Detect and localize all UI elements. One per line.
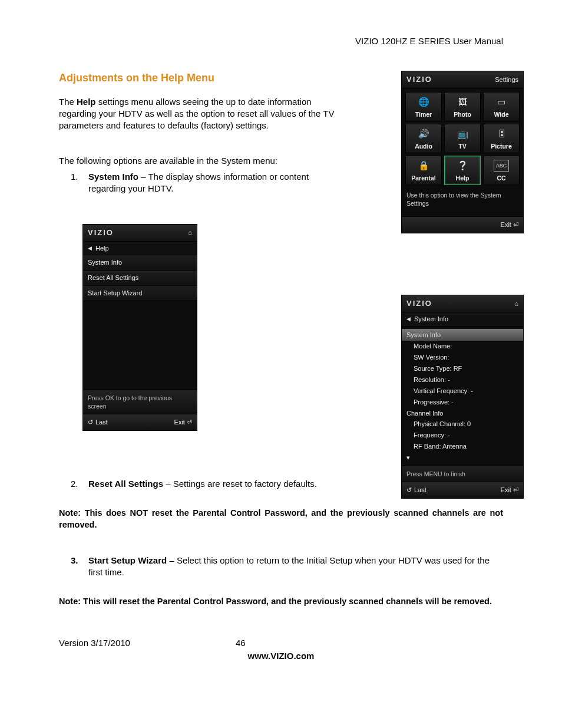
exit-icon: ⏎ [513,221,518,228]
list-item: 2. Reset All Settings – Settings are res… [88,478,503,490]
cell-label: TV [458,142,466,150]
option-list: 1. System Info – The display shows infor… [59,171,348,195]
info-line: Vertical Frequency: - [402,386,523,397]
breadcrumb[interactable]: ◀ Help [83,242,197,256]
list-item-title: Reset All Settings [88,479,163,489]
cell-label: Timer [415,110,432,118]
photo-icon: 🖼 [455,96,470,108]
more-indicator: ▾ [402,452,523,463]
panel-description: Use this option to view the System Setti… [402,189,523,216]
back-arrow-icon: ◀ [406,315,411,322]
timer-icon: 🌐 [416,96,431,108]
cell-label: Picture [491,142,512,150]
brand-logo: VIZIO [406,74,432,85]
info-line: SW Version: [402,352,523,363]
note-1: Note: This does NOT reset the Parental C… [59,508,503,531]
version-text: Version 3/17/2010 [59,637,236,649]
crumb-label: System Info [414,315,448,324]
version-row: Version 3/17/2010 46 [59,637,503,649]
exit-button[interactable]: Exit ⏎ [501,220,518,229]
cell-label: CC [497,174,505,182]
list-number: 3. [71,555,78,566]
wide-icon: ▭ [494,96,509,108]
menu-item-reset-all[interactable]: Reset All Settings [83,271,197,286]
home-icon[interactable]: ⌂ [188,228,192,237]
page-number: 46 [236,637,246,649]
tv-icon: 📺 [455,128,470,140]
sub-intro: The following options are available in t… [59,155,348,167]
list-item-title: Start Setup Wizard [88,555,167,565]
brand-logo: VIZIO [88,228,114,238]
cell-label: Photo [454,110,471,118]
panel-filler [83,301,197,390]
panel-header: VIZIO ⌂ [402,295,523,312]
option-list: 3. Start Setup Wizard – Select this opti… [59,555,503,579]
cell-label: Parental [411,174,435,182]
picture-icon: 🎛 [494,128,509,140]
panel-header: VIZIO Settings [402,71,523,88]
left-column: The Help settings menu allows seeing the… [59,96,348,431]
crumb-label: Help [95,244,109,253]
body-below: 2. Reset All Settings – Settings are res… [59,478,503,662]
info-line: Model Name: [402,341,523,352]
menu-item-setup-wizard[interactable]: Start Setup Wizard [83,286,197,301]
cell-label: Audio [415,142,432,150]
last-button[interactable]: ↺Last [88,418,108,427]
cell-picture[interactable]: 🎛Picture [483,124,520,153]
lock-icon: 🔒 [416,160,431,172]
exit-icon: ⏎ [187,419,192,426]
help-icon: ❔ [455,160,470,172]
content-wrap: Adjustments on the Help Menu VIZIO Setti… [59,71,503,662]
cell-cc[interactable]: ABCCC [483,156,520,185]
sysinfo-panel: VIZIO ⌂ ◀ System Info System Info Model … [401,295,524,499]
panel-hint: Press OK to go to the previous screen [83,390,197,414]
cell-help[interactable]: ❔Help [444,156,481,185]
cell-label: Help [456,174,470,182]
help-panel: VIZIO ⌂ ◀ Help System Info Reset All Set… [82,224,197,431]
brand-logo: VIZIO [406,298,432,309]
info-group-header: Channel Info [402,408,523,419]
home-icon[interactable]: ⌂ [514,299,518,308]
audio-icon: 🔊 [416,128,431,140]
info-line: Frequency: - [402,430,523,441]
info-line: Progressive: - [402,397,523,408]
list-number: 1. [71,171,78,183]
website-footer: www.VIZIO.com [59,650,503,662]
panel-title: Settings [495,75,518,84]
list-number: 2. [71,478,78,490]
settings-grid: 🌐Timer 🖼Photo ▭Wide 🔊Audio 📺TV 🎛Picture … [402,88,523,189]
cell-parental[interactable]: 🔒Parental [405,156,442,185]
menu-item-system-info[interactable]: System Info [83,255,197,271]
exit-button[interactable]: Exit ⏎ [501,486,518,495]
info-line: RF Band: Antenna [402,441,523,452]
option-list: 2. Reset All Settings – Settings are res… [59,478,503,490]
doc-header: VIZIO 120HZ E SERIES User Manual [59,35,503,47]
cell-photo[interactable]: 🖼Photo [444,92,481,121]
cell-timer[interactable]: 🌐Timer [405,92,442,121]
panel-footer: Exit ⏎ [402,216,523,233]
back-arrow-icon: ◀ [88,245,92,252]
panel-header: VIZIO ⌂ [83,225,197,242]
back-loop-icon: ↺ [88,418,93,427]
list-item-title: System Info [88,172,138,182]
list-item: 3. Start Setup Wizard – Select this opti… [88,555,503,579]
cell-wide[interactable]: ▭Wide [483,92,520,121]
settings-panel: VIZIO Settings 🌐Timer 🖼Photo ▭Wide 🔊Audi… [401,71,524,233]
breadcrumb[interactable]: ◀ System Info [402,312,523,327]
list-item-desc: – Settings are reset to factory defaults… [163,479,317,489]
cell-tv[interactable]: 📺TV [444,124,481,153]
intro-paragraph: The Help settings menu allows seeing the… [59,96,348,132]
panel-footer: ↺Last Exit ⏎ [83,414,197,430]
info-list: System Info Model Name: SW Version: Sour… [402,327,523,466]
cell-label: Wide [494,110,509,118]
list-item: 1. System Info – The display shows infor… [88,171,348,195]
note-2: Note: This will reset the Parental Contr… [59,596,503,608]
cc-icon: ABC [494,160,509,172]
exit-button[interactable]: Exit ⏎ [174,418,192,427]
info-group-header: System Info [402,329,523,341]
info-line: Resolution: - [402,374,523,386]
info-line: Source Type: RF [402,363,523,374]
cell-audio[interactable]: 🔊Audio [405,124,442,153]
exit-icon: ⏎ [513,486,518,493]
info-line: Physical Channel: 0 [402,419,523,430]
